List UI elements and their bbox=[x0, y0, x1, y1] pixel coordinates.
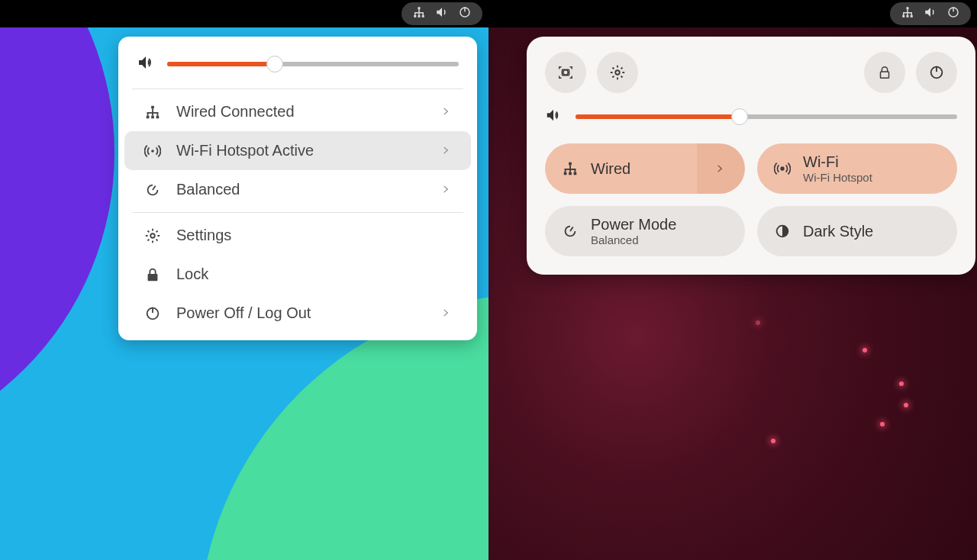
svg-rect-4 bbox=[418, 9, 420, 12]
svg-rect-50 bbox=[575, 169, 576, 172]
svg-rect-19 bbox=[157, 112, 159, 116]
toggle-wifi[interactable]: Wi-Fi Wi-Fi Hotspot bbox=[757, 143, 957, 194]
menu-item-settings[interactable]: Settings bbox=[124, 216, 471, 255]
svg-rect-35 bbox=[953, 7, 954, 11]
svg-rect-27 bbox=[907, 15, 909, 18]
network-icon bbox=[901, 5, 914, 22]
svg-rect-10 bbox=[464, 7, 466, 11]
svg-rect-45 bbox=[574, 172, 577, 175]
svg-rect-26 bbox=[902, 15, 904, 18]
right-pane: Wired Wi-Fi Wi-Fi Hotspot Power Mode bbox=[488, 0, 977, 560]
lock-icon bbox=[144, 266, 161, 283]
svg-rect-31 bbox=[903, 12, 904, 15]
svg-rect-2 bbox=[418, 15, 421, 18]
volume-slider[interactable] bbox=[576, 114, 957, 119]
svg-rect-24 bbox=[152, 307, 153, 312]
svg-rect-22 bbox=[148, 274, 158, 281]
volume-slider[interactable] bbox=[167, 62, 459, 66]
volume-icon bbox=[924, 5, 937, 22]
left-pane: Wired Connected Wi-Fi Hotspot Active Bal… bbox=[0, 0, 488, 560]
quick-settings-panel: Wired Wi-Fi Wi-Fi Hotspot Power Mode bbox=[527, 37, 975, 275]
menu-label: Lock bbox=[176, 266, 451, 283]
screenshot-button[interactable] bbox=[545, 52, 586, 93]
tile-subtitle: Wi-Fi Hotspot bbox=[803, 171, 953, 184]
menu-item-wifi-hotspot[interactable]: Wi-Fi Hotspot Active bbox=[124, 131, 471, 170]
svg-rect-25 bbox=[907, 7, 909, 9]
svg-rect-14 bbox=[156, 115, 160, 118]
toggle-wired[interactable]: Wired bbox=[545, 143, 745, 194]
svg-rect-15 bbox=[152, 108, 153, 112]
network-icon bbox=[412, 5, 426, 22]
system-tray-right[interactable] bbox=[890, 2, 971, 25]
svg-rect-46 bbox=[569, 165, 571, 169]
svg-rect-12 bbox=[147, 115, 150, 118]
power-button[interactable] bbox=[916, 52, 957, 93]
svg-rect-29 bbox=[907, 9, 908, 12]
power-icon bbox=[946, 5, 960, 22]
svg-rect-48 bbox=[565, 169, 566, 172]
menu-label: Power Off / Log Out bbox=[176, 304, 425, 322]
chevron-right-icon[interactable] bbox=[699, 143, 740, 194]
volume-row bbox=[545, 107, 957, 127]
tile-title: Power Mode bbox=[591, 216, 740, 233]
settings-icon bbox=[144, 227, 161, 244]
svg-rect-33 bbox=[911, 12, 913, 15]
svg-rect-44 bbox=[569, 172, 572, 175]
menu-label: Settings bbox=[176, 227, 451, 244]
tile-title: Wi-Fi bbox=[803, 153, 953, 171]
svg-point-38 bbox=[615, 70, 620, 75]
svg-rect-39 bbox=[881, 72, 889, 78]
svg-rect-11 bbox=[151, 105, 154, 108]
svg-rect-42 bbox=[569, 163, 572, 166]
chevron-right-icon bbox=[440, 304, 451, 322]
volume-row bbox=[118, 47, 477, 85]
lock-button[interactable] bbox=[864, 52, 905, 93]
separator bbox=[132, 89, 463, 89]
svg-rect-0 bbox=[418, 7, 421, 9]
menu-label: Wired Connected bbox=[176, 103, 425, 121]
menu-item-power-off[interactable]: Power Off / Log Out bbox=[124, 294, 471, 333]
svg-rect-13 bbox=[151, 115, 154, 118]
volume-icon bbox=[435, 5, 449, 22]
menu-item-lock[interactable]: Lock bbox=[124, 255, 471, 294]
power-icon bbox=[458, 5, 472, 22]
settings-button[interactable] bbox=[597, 52, 638, 93]
quick-settings-toprow bbox=[545, 52, 957, 93]
power-icon bbox=[144, 305, 161, 322]
svg-rect-6 bbox=[414, 12, 416, 15]
svg-rect-1 bbox=[414, 15, 416, 18]
toggle-dark-style[interactable]: Dark Style bbox=[757, 206, 957, 256]
system-menu-left: Wired Connected Wi-Fi Hotspot Active Bal… bbox=[118, 37, 477, 340]
svg-rect-43 bbox=[564, 172, 567, 175]
system-tray-left[interactable] bbox=[401, 2, 482, 25]
svg-rect-17 bbox=[147, 112, 149, 116]
menu-item-power-profile[interactable]: Balanced bbox=[124, 170, 471, 209]
topbar-left bbox=[0, 0, 488, 27]
topbar-right bbox=[488, 0, 977, 27]
menu-label: Wi-Fi Hotspot Active bbox=[176, 142, 425, 159]
power-profile-icon bbox=[144, 182, 161, 198]
power-profile-icon bbox=[562, 223, 579, 240]
menu-item-wired[interactable]: Wired Connected bbox=[124, 92, 471, 131]
separator bbox=[132, 212, 463, 213]
chevron-right-icon bbox=[440, 103, 451, 121]
chevron-right-icon bbox=[440, 181, 451, 198]
hotspot-icon bbox=[144, 143, 161, 159]
tile-title: Dark Style bbox=[803, 223, 953, 240]
svg-point-21 bbox=[150, 233, 155, 238]
quick-settings-grid: Wired Wi-Fi Wi-Fi Hotspot Power Mode bbox=[545, 143, 957, 256]
volume-icon bbox=[545, 107, 562, 127]
toggle-power-mode[interactable]: Power Mode Balanced bbox=[545, 206, 745, 256]
svg-point-20 bbox=[151, 150, 154, 153]
svg-rect-8 bbox=[423, 12, 424, 15]
svg-point-36 bbox=[563, 70, 568, 75]
svg-rect-7 bbox=[418, 12, 420, 15]
tile-title: Wired bbox=[591, 160, 687, 178]
svg-rect-49 bbox=[569, 169, 571, 172]
chevron-right-icon bbox=[440, 142, 451, 159]
svg-rect-3 bbox=[422, 15, 424, 18]
volume-icon bbox=[137, 53, 155, 75]
svg-rect-32 bbox=[907, 12, 908, 15]
menu-label: Balanced bbox=[176, 181, 425, 198]
svg-rect-18 bbox=[152, 112, 153, 116]
